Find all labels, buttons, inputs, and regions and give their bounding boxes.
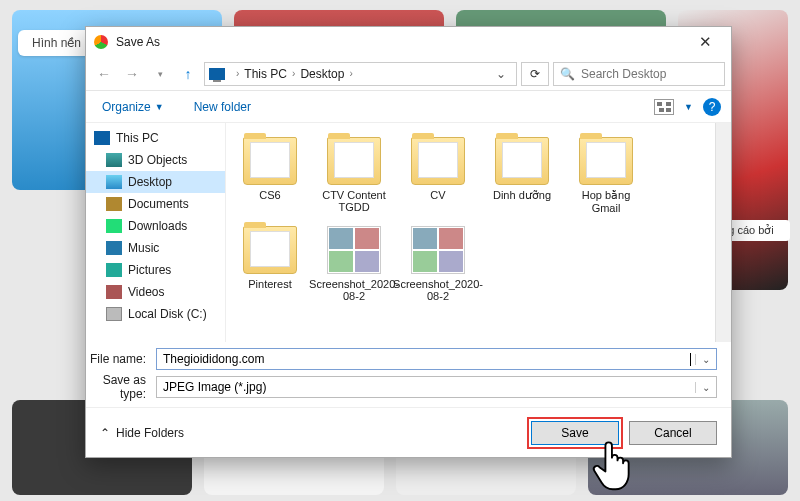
new-folder-button[interactable]: New folder (188, 96, 257, 118)
search-input[interactable] (581, 67, 718, 81)
dialog-title: Save As (116, 35, 687, 49)
file-list[interactable]: CS6 CTV Content TGDD CV Dinh dưỡng Hop b… (226, 123, 715, 342)
nav-forward: → (120, 62, 144, 86)
tree-pictures[interactable]: Pictures (86, 259, 225, 281)
tree-label: Downloads (128, 219, 187, 233)
organize-menu[interactable]: Organize ▼ (96, 96, 170, 118)
file-label: Screenshot_2020-08-2 (393, 278, 483, 302)
desktop-icon (106, 175, 122, 189)
file-item[interactable]: CTV Content TGDD (316, 133, 392, 218)
tree-downloads[interactable]: Downloads (86, 215, 225, 237)
dialog-footer: ⌃ Hide Folders Save Cancel (86, 407, 731, 457)
file-label: CTV Content TGDD (318, 189, 390, 213)
help-button[interactable]: ? (703, 98, 721, 116)
nav-back: ← (92, 62, 116, 86)
file-label: Pinterest (248, 278, 291, 290)
tree-music[interactable]: Music (86, 237, 225, 259)
filetype-dropdown[interactable]: ⌄ (695, 382, 710, 393)
tree-label: 3D Objects (128, 153, 187, 167)
pictures-icon (106, 263, 122, 277)
file-item[interactable]: Screenshot_2020-08-2 (316, 222, 392, 306)
hide-folders-toggle[interactable]: ⌃ Hide Folders (100, 426, 184, 440)
file-label: Hop bằng Gmail (570, 189, 642, 214)
tree-desktop[interactable]: Desktop (86, 171, 225, 193)
text-cursor (690, 353, 691, 366)
tree-3d-objects[interactable]: 3D Objects (86, 149, 225, 171)
save-fields: File name: ⌄ Save as type: JPEG Image (*… (86, 342, 731, 407)
titlebar: Save As ✕ (86, 27, 731, 57)
tree-label: This PC (116, 131, 159, 145)
cancel-button[interactable]: Cancel (629, 421, 717, 445)
pc-icon (94, 131, 110, 145)
browser-tab: Hình nền (18, 30, 95, 56)
tree-this-pc[interactable]: This PC (86, 127, 225, 149)
address-bar[interactable]: › This PC › Desktop › ⌄ (204, 62, 517, 86)
tree-label: Pictures (128, 263, 171, 277)
save-button[interactable]: Save (531, 421, 619, 445)
hide-folders-label: Hide Folders (116, 426, 184, 440)
tree-label: Music (128, 241, 159, 255)
file-item[interactable]: Hop bằng Gmail (568, 133, 644, 218)
tree-label: Documents (128, 197, 189, 211)
tree-videos[interactable]: Videos (86, 281, 225, 303)
file-item[interactable]: Dinh dưỡng (484, 133, 560, 218)
filename-dropdown[interactable]: ⌄ (695, 354, 710, 365)
tree-documents[interactable]: Documents (86, 193, 225, 215)
organize-label: Organize (102, 100, 151, 114)
music-icon (106, 241, 122, 255)
file-item[interactable]: Screenshot_2020-08-2 (400, 222, 476, 306)
view-mode-button[interactable] (654, 99, 674, 115)
nav-recent[interactable]: ▾ (148, 62, 172, 86)
tree-label: Desktop (128, 175, 172, 189)
file-label: CV (430, 189, 445, 201)
file-label: Dinh dưỡng (493, 189, 551, 202)
type-label: Save as type: (76, 373, 156, 401)
chevron-down-icon: ▼ (155, 102, 164, 112)
save-as-dialog: Save As ✕ ← → ▾ ↑ › This PC › Desktop › … (85, 26, 732, 458)
filetype-value: JPEG Image (*.jpg) (163, 380, 691, 394)
cube-icon (106, 153, 122, 167)
tree-label: Videos (128, 285, 164, 299)
file-item[interactable]: CV (400, 133, 476, 218)
refresh-button[interactable]: ⟳ (521, 62, 549, 86)
app-icon (94, 35, 108, 49)
close-button[interactable]: ✕ (687, 29, 723, 55)
file-item[interactable]: Pinterest (232, 222, 308, 306)
disk-icon (106, 307, 122, 321)
file-label: CS6 (259, 189, 280, 201)
file-item[interactable]: CS6 (232, 133, 308, 218)
documents-icon (106, 197, 122, 211)
crumb-root[interactable]: This PC (244, 67, 287, 81)
toolbar: Organize ▼ New folder ▼ ? (86, 91, 731, 123)
tree-local-disk-c[interactable]: Local Disk (C:) (86, 303, 225, 325)
videos-icon (106, 285, 122, 299)
tree-label: Local Disk (C:) (128, 307, 207, 321)
crumb-folder[interactable]: Desktop (300, 67, 344, 81)
view-dropdown[interactable]: ▼ (684, 102, 693, 112)
filename-label: File name: (76, 352, 156, 366)
nav-up[interactable]: ↑ (176, 62, 200, 86)
filename-field[interactable]: ⌄ (156, 348, 717, 370)
filetype-combo[interactable]: JPEG Image (*.jpg) ⌄ (156, 376, 717, 398)
file-label: Screenshot_2020-08-2 (309, 278, 399, 302)
filename-input[interactable] (163, 352, 690, 366)
nav-tree[interactable]: This PC 3D Objects Desktop Documents Dow… (86, 123, 226, 342)
nav-bar: ← → ▾ ↑ › This PC › Desktop › ⌄ ⟳ 🔍 (86, 57, 731, 91)
search-box[interactable]: 🔍 (553, 62, 725, 86)
downloads-icon (106, 219, 122, 233)
pc-icon (209, 68, 225, 80)
chevron-up-icon: ⌃ (100, 426, 110, 440)
address-dropdown[interactable]: ⌄ (490, 67, 512, 81)
scrollbar[interactable] (715, 123, 731, 342)
search-icon: 🔍 (560, 67, 575, 81)
